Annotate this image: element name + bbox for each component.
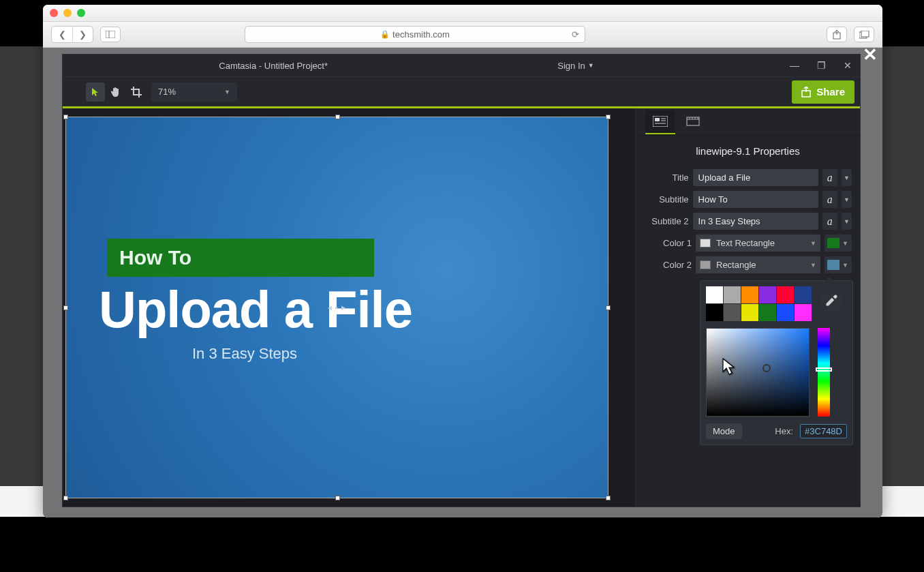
font-style-button[interactable]: a bbox=[822, 213, 837, 230]
saturation-value-box[interactable] bbox=[706, 328, 810, 417]
maximize-icon[interactable]: ❐ bbox=[817, 60, 826, 71]
swatch[interactable] bbox=[777, 304, 794, 321]
swatch[interactable] bbox=[795, 286, 812, 303]
zoom-value: 71% bbox=[158, 87, 176, 97]
color2-target-label: Rectangle bbox=[716, 260, 756, 270]
back-button[interactable]: ❮ bbox=[52, 27, 72, 42]
mode-button[interactable]: Mode bbox=[706, 423, 742, 439]
font-style-button[interactable]: a bbox=[822, 191, 837, 208]
subtitle-input[interactable] bbox=[693, 191, 818, 208]
property-rows: Title a ▼ Subtitle a ▼ Subtitle 2 a ▼ bbox=[636, 169, 860, 273]
right-toolbar bbox=[827, 27, 874, 42]
swatch[interactable] bbox=[759, 286, 776, 303]
properties-panel: linewipe-9.1 Properties Title a ▼ Subtit… bbox=[635, 108, 860, 507]
pan-tool[interactable] bbox=[106, 82, 125, 102]
canvas-subtitle: How To bbox=[119, 246, 191, 269]
swatch[interactable] bbox=[795, 304, 812, 321]
tab-behaviors[interactable] bbox=[678, 110, 708, 134]
prop-label: Title bbox=[644, 172, 689, 183]
traffic-lights bbox=[50, 9, 85, 17]
panel-tabs bbox=[636, 108, 860, 136]
resize-handle[interactable] bbox=[606, 496, 611, 500]
url-bar[interactable]: 🔒 techsmith.com ⟳ bbox=[245, 26, 585, 43]
reload-icon[interactable]: ⟳ bbox=[572, 29, 579, 40]
swatch[interactable] bbox=[706, 304, 723, 321]
preset-swatches bbox=[706, 286, 812, 321]
prop-row-color2: Color 2 Rectangle ▼ ▼ bbox=[644, 256, 852, 273]
chevron-down-icon: ▼ bbox=[588, 62, 594, 69]
browser-titlebar bbox=[43, 5, 882, 22]
dropdown-icon[interactable]: ▼ bbox=[842, 191, 852, 208]
sv-indicator[interactable] bbox=[763, 364, 771, 372]
prop-label: Color 1 bbox=[644, 238, 692, 248]
hex-value[interactable]: #3C748D bbox=[800, 424, 847, 438]
dropdown-icon[interactable]: ▼ bbox=[842, 213, 852, 230]
swatch[interactable] bbox=[759, 304, 776, 321]
prop-row-color1: Color 1 Text Rectangle ▼ ▼ bbox=[644, 235, 852, 252]
canvas-title[interactable]: Upload a File bbox=[99, 280, 412, 339]
share-label: Share bbox=[816, 86, 845, 97]
color1-swatch bbox=[827, 238, 840, 248]
sidebar-toggle[interactable] bbox=[100, 27, 121, 42]
swatch[interactable] bbox=[741, 286, 758, 303]
canvas-area[interactable]: How To Upload a File In 3 Easy Steps ◀●▶ bbox=[63, 108, 635, 507]
hex-label: Hex: bbox=[775, 426, 793, 436]
hue-indicator[interactable] bbox=[816, 367, 832, 372]
share-button[interactable]: Share bbox=[792, 80, 854, 104]
rotate-handle[interactable]: ◀●▶ bbox=[328, 305, 345, 310]
chevron-down-icon: ▼ bbox=[224, 89, 230, 95]
color1-target-dropdown[interactable]: Text Rectangle ▼ bbox=[696, 235, 820, 252]
zoom-dot[interactable] bbox=[77, 9, 85, 17]
tab-properties[interactable] bbox=[645, 110, 675, 134]
color2-target-dropdown[interactable]: Rectangle ▼ bbox=[696, 256, 820, 273]
resize-handle[interactable] bbox=[335, 115, 340, 119]
close-icon[interactable]: ✕ bbox=[844, 60, 852, 71]
nav-buttons: ❮ ❯ bbox=[51, 26, 93, 43]
zoom-dropdown[interactable]: 71% ▼ bbox=[151, 82, 237, 102]
hue-slider[interactable] bbox=[818, 328, 830, 417]
color2-swatch-button[interactable]: ▼ bbox=[825, 256, 852, 273]
subtitle-box[interactable]: How To bbox=[107, 239, 374, 277]
svg-rect-9 bbox=[655, 118, 660, 121]
color1-target-label: Text Rectangle bbox=[716, 238, 775, 248]
sign-in-label: Sign In bbox=[557, 61, 585, 71]
dropdown-icon[interactable]: ▼ bbox=[842, 169, 852, 186]
swatch[interactable] bbox=[724, 286, 741, 303]
resize-handle[interactable] bbox=[335, 496, 340, 500]
eyedropper-button[interactable] bbox=[821, 290, 842, 311]
share-browser-button[interactable] bbox=[827, 27, 847, 42]
crop-tool[interactable] bbox=[127, 82, 146, 102]
canvas-subtitle2[interactable]: In 3 Easy Steps bbox=[192, 345, 297, 363]
swatch[interactable] bbox=[706, 286, 723, 303]
lock-icon: 🔒 bbox=[380, 30, 390, 39]
resize-handle[interactable] bbox=[606, 115, 611, 119]
tabs-button[interactable] bbox=[854, 27, 874, 42]
prop-row-subtitle2: Subtitle 2 a ▼ bbox=[644, 213, 852, 230]
prop-row-subtitle: Subtitle a ▼ bbox=[644, 191, 852, 208]
sign-in-button[interactable]: Sign In ▼ bbox=[557, 61, 594, 71]
minimize-dot[interactable] bbox=[63, 9, 72, 17]
swatch[interactable] bbox=[777, 286, 794, 303]
forward-button[interactable]: ❯ bbox=[72, 27, 93, 42]
swatch[interactable] bbox=[724, 304, 741, 321]
prop-label: Color 2 bbox=[644, 260, 692, 270]
font-style-button[interactable]: a bbox=[822, 169, 837, 186]
color1-swatch-button[interactable]: ▼ bbox=[825, 235, 852, 252]
select-tool[interactable] bbox=[86, 82, 105, 102]
resize-handle[interactable] bbox=[606, 305, 611, 310]
canvas[interactable]: How To Upload a File In 3 Easy Steps ◀●▶ bbox=[66, 117, 608, 498]
subtitle2-input[interactable] bbox=[693, 213, 818, 230]
close-dot[interactable] bbox=[50, 9, 58, 17]
window-controls: — ❐ ✕ bbox=[790, 60, 852, 71]
resize-handle[interactable] bbox=[63, 115, 68, 119]
svg-rect-13 bbox=[687, 117, 699, 125]
swatch[interactable] bbox=[741, 304, 758, 321]
overlay-close-icon[interactable]: ✕ bbox=[863, 44, 878, 65]
resize-handle[interactable] bbox=[63, 305, 68, 310]
resize-handle[interactable] bbox=[63, 496, 68, 500]
minimize-icon[interactable]: — bbox=[790, 60, 799, 71]
title-input[interactable] bbox=[693, 169, 818, 186]
camtasia-window: Camtasia - Untitled Project* Sign In ▼ —… bbox=[62, 54, 861, 507]
color-picker: Mode Hex: #3C748D bbox=[700, 280, 853, 445]
app-toolbar: 71% ▼ Share bbox=[63, 76, 860, 106]
